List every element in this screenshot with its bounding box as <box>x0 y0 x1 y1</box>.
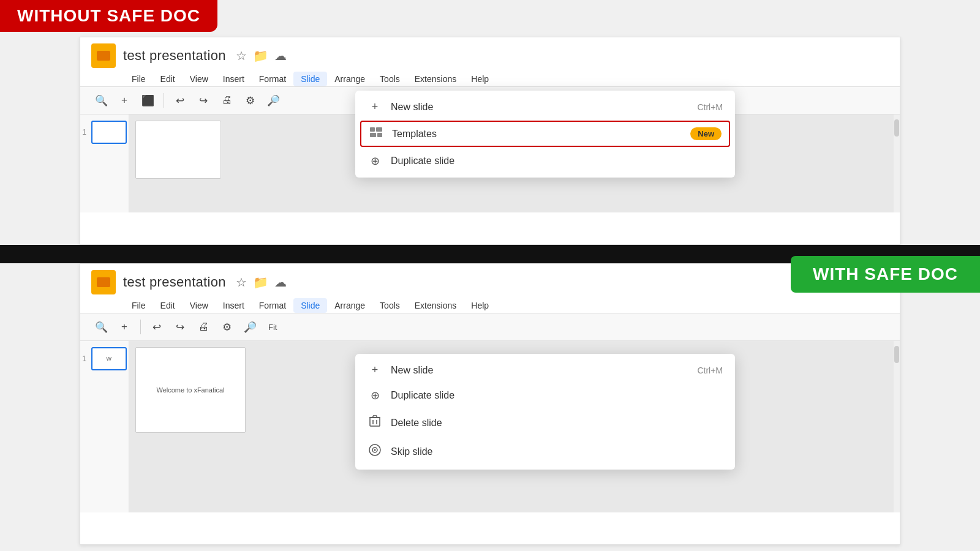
bottom-new-slide-icon: + <box>368 364 382 377</box>
top-new-slide-icon: + <box>368 100 382 113</box>
bottom-toolbar-redo[interactable]: ↪ <box>170 317 190 337</box>
bottom-menu-help[interactable]: Help <box>464 298 496 313</box>
top-menu-slide[interactable]: Slide <box>293 72 327 86</box>
top-menu-tools[interactable]: Tools <box>372 72 407 86</box>
svg-rect-4 <box>370 418 380 426</box>
bottom-menu-extensions[interactable]: Extensions <box>407 298 464 313</box>
bottom-dropdown-skip-slide[interactable]: Skip slide <box>355 437 735 466</box>
bottom-dropdown-new-slide[interactable]: + New slide Ctrl+M <box>355 358 735 383</box>
svg-rect-0 <box>370 127 375 132</box>
bottom-banner: WITH SAFE DOC <box>791 256 980 293</box>
top-duplicate-label: Duplicate slide <box>391 156 714 167</box>
top-menu-file[interactable]: File <box>124 72 153 86</box>
bottom-app-title-icons: ☆ 📁 ☁ <box>236 275 287 290</box>
top-toolbar-print[interactable]: 🖨 <box>217 91 236 110</box>
top-slide-thumb[interactable] <box>91 121 127 144</box>
bottom-toolbar-undo[interactable]: ↩ <box>147 317 167 337</box>
bottom-slide-panel: 1 W <box>80 341 129 512</box>
bottom-menu-view[interactable]: View <box>183 298 216 313</box>
top-slide-thumb-row: 1 <box>82 121 127 144</box>
bottom-toolbar-search[interactable]: 🔍 <box>91 317 111 337</box>
top-templates-label: Templates <box>392 129 676 140</box>
top-banner-text: WITHOUT SAFE DOC <box>17 6 200 25</box>
bottom-toolbar-add[interactable]: + <box>115 317 134 337</box>
top-app-title: test presentation <box>123 48 226 64</box>
bottom-duplicate-label: Duplicate slide <box>391 390 714 401</box>
top-app-icon <box>91 43 116 68</box>
bottom-menu-insert[interactable]: Insert <box>216 298 252 313</box>
bottom-toolbar-print[interactable]: 🖨 <box>194 317 213 337</box>
top-cloud-icon[interactable]: ☁ <box>274 48 287 63</box>
bottom-app-icon-inner <box>97 277 110 287</box>
top-toolbar-paintformat[interactable]: ⚙ <box>240 91 260 110</box>
bottom-star-icon[interactable]: ☆ <box>236 275 247 290</box>
bottom-slide-canvas: Welcome to xFanatical <box>135 347 246 433</box>
top-folder-icon[interactable]: 📁 <box>253 48 268 63</box>
top-menu-format[interactable]: Format <box>252 72 293 86</box>
bottom-menu-file[interactable]: File <box>124 298 153 313</box>
bottom-menu-edit[interactable]: Edit <box>153 298 183 313</box>
bottom-delete-label: Delete slide <box>391 418 714 429</box>
bottom-scroll-thumb <box>894 346 899 363</box>
bottom-folder-icon[interactable]: 📁 <box>253 275 268 290</box>
top-app-header: test presentation ☆ 📁 ☁ <box>80 37 900 70</box>
top-menu-arrange[interactable]: Arrange <box>327 72 372 86</box>
top-star-icon[interactable]: ☆ <box>236 48 247 63</box>
top-menu-insert[interactable]: Insert <box>216 72 252 86</box>
top-new-slide-label: New slide <box>391 102 688 113</box>
bottom-slide-thumb-content: W <box>105 354 113 363</box>
bottom-dropdown-duplicate-slide[interactable]: ⊕ Duplicate slide <box>355 383 735 408</box>
top-banner: WITHOUT SAFE DOC <box>0 0 217 32</box>
top-new-slide-shortcut: Ctrl+M <box>697 102 723 112</box>
bottom-toolbar-zoom[interactable]: 🔎 <box>240 317 260 337</box>
bottom-menu-slide[interactable]: Slide <box>293 298 327 313</box>
svg-point-13 <box>374 449 376 451</box>
bottom-toolbar-sep1 <box>140 320 141 334</box>
top-slide-num: 1 <box>82 128 86 137</box>
top-menu-bar: File Edit View Insert Format Slide Arran… <box>80 70 900 86</box>
top-duplicate-icon: ⊕ <box>368 154 382 168</box>
bottom-toolbar-paintformat[interactable]: ⚙ <box>217 317 236 337</box>
top-menu-extensions[interactable]: Extensions <box>407 72 464 86</box>
bottom-menu-format[interactable]: Format <box>252 298 293 313</box>
bottom-dropdown-delete-slide[interactable]: Delete slide <box>355 408 735 437</box>
bottom-toolbar-fit[interactable]: Fit <box>263 320 282 334</box>
top-slide-canvas <box>135 121 221 179</box>
top-toolbar-zoom[interactable]: 🔎 <box>263 91 283 110</box>
bottom-slide-thumb[interactable]: W <box>91 347 127 370</box>
bottom-slide-num: 1 <box>82 354 86 363</box>
top-toolbar-undo[interactable]: ↩ <box>170 91 190 110</box>
bottom-toolbar: 🔍 + ↩ ↪ 🖨 ⚙ 🔎 Fit <box>80 313 900 341</box>
top-menu-edit[interactable]: Edit <box>153 72 183 86</box>
top-toolbar-add[interactable]: + <box>115 91 134 110</box>
top-dropdown-duplicate-slide[interactable]: ⊕ Duplicate slide <box>355 148 735 174</box>
svg-rect-1 <box>376 127 382 132</box>
bottom-new-slide-label: New slide <box>391 365 688 376</box>
top-templates-icon <box>369 127 383 141</box>
top-dropdown-new-slide[interactable]: + New slide Ctrl+M <box>355 94 735 119</box>
bottom-app-header: test presentation ☆ 📁 ☁ <box>80 264 900 297</box>
bottom-duplicate-icon: ⊕ <box>368 389 382 402</box>
top-app-title-icons: ☆ 📁 ☁ <box>236 48 287 63</box>
top-dropdown-templates[interactable]: Templates New <box>360 121 730 147</box>
top-menu-help[interactable]: Help <box>464 72 496 86</box>
top-menu-view[interactable]: View <box>183 72 216 86</box>
top-toolbar-redo[interactable]: ↪ <box>194 91 213 110</box>
bottom-new-slide-shortcut: Ctrl+M <box>697 365 723 375</box>
bottom-banner-text: WITH SAFE DOC <box>813 264 958 283</box>
bottom-menu-tools[interactable]: Tools <box>372 298 407 313</box>
top-scroll-indicator <box>894 114 900 212</box>
top-dropdown: + New slide Ctrl+M Templates New ⊕ Dupli… <box>355 91 735 178</box>
bottom-scroll-indicator <box>894 341 900 512</box>
bottom-menu-arrange[interactable]: Arrange <box>327 298 372 313</box>
bottom-dropdown: + New slide Ctrl+M ⊕ Duplicate slide Del… <box>355 354 735 470</box>
top-toolbar-layout[interactable]: ⬛ <box>138 91 157 110</box>
bottom-skip-icon <box>368 443 382 460</box>
top-toolbar-search[interactable]: 🔍 <box>91 91 111 110</box>
top-templates-badge: New <box>690 127 722 140</box>
bottom-cloud-icon[interactable]: ☁ <box>274 275 287 290</box>
svg-rect-3 <box>377 133 382 137</box>
top-toolbar-sep1 <box>164 93 164 108</box>
bottom-slide-canvas-text: Welcome to xFanatical <box>151 381 229 399</box>
top-scroll-thumb <box>894 119 899 137</box>
